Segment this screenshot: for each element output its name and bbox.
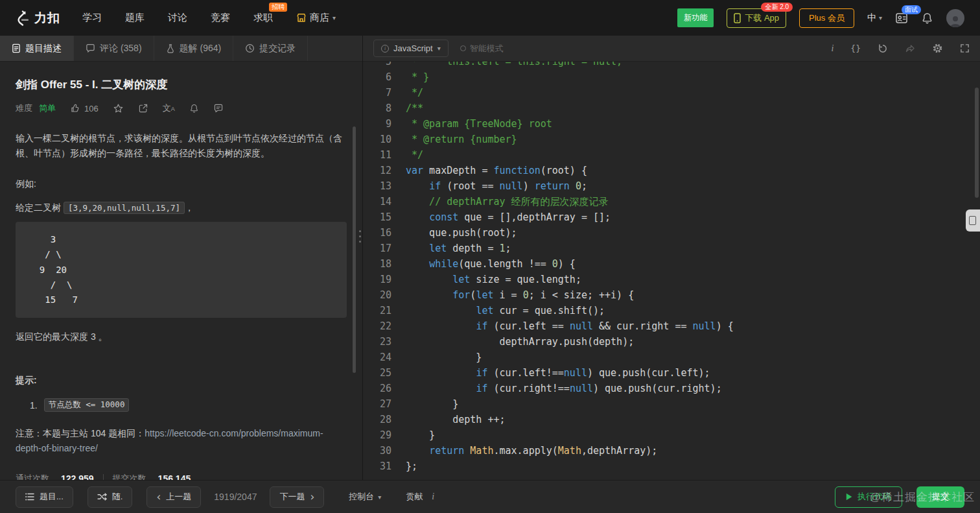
code-line[interactable]: 12var maxDepth = function(root) { xyxy=(363,163,980,178)
plus-member-button[interactable]: Plus 会员 xyxy=(799,8,854,28)
code-line[interactable]: 14 // depthArray 经所有的层次深度记录 xyxy=(363,194,980,209)
fullscreen-icon[interactable] xyxy=(960,43,970,53)
smart-mode-toggle[interactable]: 智能模式 xyxy=(460,43,504,54)
smart-mode-label: 智能模式 xyxy=(470,43,504,54)
code-line[interactable]: 13 if (root == null) return 0; xyxy=(363,178,980,194)
code-line[interactable]: 23 depthArray.push(depth); xyxy=(363,334,980,350)
share-code-icon[interactable] xyxy=(905,43,915,54)
code-line[interactable]: 25 if (cur.left!==null) que.push(cur.lef… xyxy=(363,365,980,381)
tab-submissions[interactable]: 提交记录 xyxy=(233,36,308,61)
nav-item-store[interactable]: 商店 ▾ xyxy=(296,12,336,24)
code-line[interactable]: 10 * @return {number} xyxy=(363,132,980,147)
run-code-label: 执行代码 xyxy=(858,491,891,503)
code-line[interactable]: 30 return Math.max.apply(Math,depthArray… xyxy=(363,443,980,459)
line-content: let depth = 1; xyxy=(391,241,511,256)
format-code-icon[interactable]: {} xyxy=(850,43,861,53)
line-content: if (root == null) return 0; xyxy=(391,178,587,194)
panel-resize-handle[interactable] xyxy=(359,230,361,243)
side-feedback-tab[interactable] xyxy=(966,209,980,232)
problem-list-button[interactable]: 题目... xyxy=(16,486,73,508)
code-line[interactable]: 16 que.push(root); xyxy=(363,225,980,241)
code-line[interactable]: 19 let size = que.length; xyxy=(363,272,980,287)
user-avatar[interactable] xyxy=(946,9,964,27)
line-number: 22 xyxy=(363,318,391,334)
code-line[interactable]: 27 } xyxy=(363,396,980,412)
editor-toolbar-icons: i {} xyxy=(831,43,970,54)
nav-item-jobs[interactable]: 求职 xyxy=(253,12,273,24)
code-line[interactable]: 5 * this.left = this.right = null; xyxy=(363,62,980,69)
line-number: 20 xyxy=(363,287,391,303)
feedback-icon[interactable] xyxy=(213,103,224,113)
line-content: if (cur.left!==null) que.push(cur.left); xyxy=(391,365,710,381)
share-icon[interactable] xyxy=(138,103,148,113)
tab-comments[interactable]: 评论 (358) xyxy=(74,36,154,61)
submit-button[interactable]: 提交 xyxy=(916,486,964,508)
line-content: for(let i = 0; i < size; ++i) { xyxy=(391,287,634,303)
code-line[interactable]: 6 * } xyxy=(363,69,980,85)
console-toggle[interactable]: 控制台 ▾ xyxy=(349,491,381,503)
code-line[interactable]: 11 */ xyxy=(363,147,980,163)
line-number: 15 xyxy=(363,209,391,225)
line-number: 6 xyxy=(363,69,391,85)
left-panel-scrollbar[interactable] xyxy=(353,126,356,373)
info-icon[interactable]: i xyxy=(831,43,834,54)
new-feature-button[interactable]: 新功能 xyxy=(677,8,714,27)
translate-icon[interactable]: 文A xyxy=(163,102,175,114)
download-app-badge: 全新 2.0 xyxy=(761,3,793,12)
code-line[interactable]: 29 } xyxy=(363,427,980,443)
code-line[interactable]: 26 if (cur.right!==null) que.push(cur.ri… xyxy=(363,381,980,396)
prev-problem-label: 上一题 xyxy=(166,491,191,503)
language-switch[interactable]: 中 ▾ xyxy=(867,12,882,24)
nav-item-learn[interactable]: 学习 xyxy=(82,12,102,24)
like-count: 106 xyxy=(84,104,99,113)
subscribe-bell-icon[interactable] xyxy=(189,103,199,113)
code-line[interactable]: 22 if (cur.left == null && cur.right == … xyxy=(363,318,980,334)
logo-text: 力扣 xyxy=(34,10,60,27)
prev-problem-button[interactable]: ‹ 上一题 xyxy=(146,486,201,508)
comment-icon xyxy=(86,43,95,53)
line-number: 7 xyxy=(363,85,391,101)
navbar-left: 力扣 学习 题库 讨论 竞赛 求职 招聘 xyxy=(16,10,336,27)
code-editor[interactable]: 5 * this.left = this.right = null;6 * }7… xyxy=(363,62,980,480)
code-line[interactable]: 9 * @param {TreeNode} root xyxy=(363,116,980,132)
nav-item-contest[interactable]: 竞赛 xyxy=(211,12,230,24)
code-line[interactable]: 8/** xyxy=(363,101,980,116)
line-content: let cur = que.shift(); xyxy=(391,303,605,318)
nav-item-problems[interactable]: 题库 xyxy=(125,12,145,24)
code-line[interactable]: 17 let depth = 1; xyxy=(363,241,980,256)
random-problem-label: 随. xyxy=(112,491,123,503)
nav-item-discuss[interactable]: 讨论 xyxy=(168,12,187,24)
next-problem-label: 下一题 xyxy=(279,491,305,503)
line-number: 8 xyxy=(363,101,391,116)
code-line[interactable]: 18 while(que.length !== 0) { xyxy=(363,256,980,272)
tab-solutions[interactable]: 题解 (964) xyxy=(154,36,234,61)
code-line[interactable]: 28 depth ++; xyxy=(363,412,980,427)
difficulty-label: 难度 xyxy=(16,102,32,114)
like-button[interactable]: 106 xyxy=(70,103,99,113)
code-line[interactable]: 15 const que = [],depthArray = []; xyxy=(363,209,980,225)
code-line[interactable]: 24 } xyxy=(363,350,980,365)
star-icon[interactable] xyxy=(113,103,124,114)
code-line[interactable]: 21 let cur = que.shift(); xyxy=(363,303,980,318)
play-icon xyxy=(846,493,852,501)
contribute-info-icon[interactable]: i xyxy=(432,492,434,502)
code-line[interactable]: 31}; xyxy=(363,459,980,474)
code-line[interactable]: 7 */ xyxy=(363,85,980,101)
tab-submissions-label: 提交记录 xyxy=(259,43,296,54)
note-paragraph: 注意：本题与主站 104 题相同：https://leetcode-cn.com… xyxy=(16,426,347,456)
run-code-button[interactable]: 执行代码 xyxy=(835,486,902,508)
tab-description[interactable]: 题目描述 xyxy=(0,36,74,61)
leetcode-logo[interactable]: 力扣 xyxy=(16,10,60,27)
app: 力扣 学习 题库 讨论 竞赛 求职 招聘 xyxy=(0,0,980,513)
line-content: var maxDepth = function(root) { xyxy=(391,163,587,178)
reset-code-icon[interactable] xyxy=(878,43,888,54)
contribute-link[interactable]: 贡献 i xyxy=(406,491,434,503)
code-line[interactable]: 20 for(let i = 0; i < size; ++i) { xyxy=(363,287,980,303)
notifications-bell-icon[interactable] xyxy=(921,12,933,25)
next-problem-button[interactable]: 下一题 › xyxy=(270,486,324,508)
main-split: 题目描述 评论 (358) 题解 ( xyxy=(0,36,980,480)
language-selector[interactable]: i JavaScript ▾ xyxy=(373,40,449,57)
settings-gear-icon[interactable] xyxy=(932,43,943,54)
editor-scrollbar[interactable] xyxy=(975,88,979,198)
random-problem-button[interactable]: 随. xyxy=(88,486,133,508)
